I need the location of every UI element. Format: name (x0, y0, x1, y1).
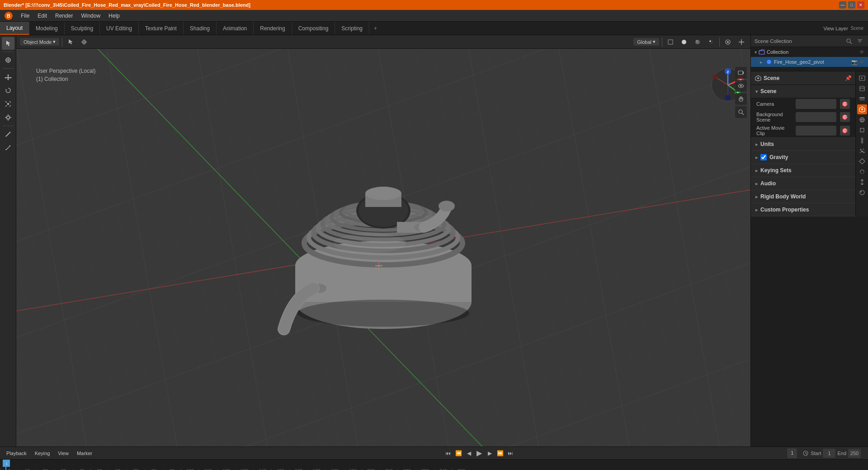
prop-icon-render[interactable] (857, 73, 867, 83)
tool-annotate[interactable] (2, 128, 14, 141)
tab-sculpting[interactable]: Sculpting (65, 22, 100, 35)
prop-icon-physics[interactable] (857, 156, 867, 166)
camera-pick-btn[interactable]: 🎯 (840, 99, 850, 109)
tab-texture-paint[interactable]: Texture Paint (139, 22, 184, 35)
outliner-filter-icon[interactable] (855, 37, 864, 46)
start-frame-input[interactable]: 1 (823, 449, 835, 458)
timeline: Playback Keying View Marker ⏮ ⏪ ◀ ▶ ▶ ⏩ … (0, 446, 868, 470)
outliner-visibility-icon[interactable]: 👁 (859, 49, 864, 55)
wireframe-btn[interactable] (665, 37, 676, 47)
end-frame-input[interactable]: 250 (848, 449, 861, 458)
viewport-select-icon[interactable] (65, 37, 76, 47)
prop-icon-data[interactable] (857, 177, 867, 187)
vp-hand-btn[interactable] (735, 93, 747, 105)
gravity-chevron (755, 155, 758, 160)
menu-file[interactable]: File (17, 11, 33, 20)
rigid-body-world-header[interactable]: Rigid Body World (751, 190, 855, 203)
active-movie-clip-pick-btn[interactable]: 🎯 (840, 126, 850, 136)
properties-pin-icon[interactable]: 📌 (845, 75, 852, 81)
tool-transform[interactable] (2, 111, 14, 124)
tab-shading[interactable]: Shading (184, 22, 217, 35)
blender-logo[interactable]: B (4, 11, 14, 21)
keying-menu[interactable]: Keying (32, 450, 53, 457)
view-menu[interactable]: View (55, 450, 71, 457)
prop-icon-modifier[interactable] (857, 136, 867, 146)
viewport-scene[interactable]: User Perspective (Local) (1) Collection … (16, 49, 750, 446)
prev-keyframe-btn[interactable]: ⏪ (454, 449, 463, 458)
prop-icon-world[interactable] (857, 115, 867, 125)
audio-section: Audio (751, 177, 855, 190)
close-button[interactable]: ✕ (857, 1, 864, 9)
tab-uv-editing[interactable]: UV Editing (100, 22, 139, 35)
tab-animation[interactable]: Animation (217, 22, 254, 35)
overlays-btn[interactable] (722, 37, 733, 47)
menu-render[interactable]: Render (52, 11, 76, 20)
current-frame-input[interactable]: 1 (787, 448, 797, 458)
firehose-render-icon[interactable]: 📷 (851, 59, 858, 65)
tool-measure[interactable] (2, 141, 14, 154)
marker-menu[interactable]: Marker (74, 450, 95, 457)
prop-icon-material[interactable] (857, 188, 867, 197)
tool-move[interactable] (2, 70, 14, 83)
tab-compositing[interactable]: Compositing (292, 22, 335, 35)
prop-icon-particles[interactable] (857, 146, 867, 156)
timeline-ruler[interactable]: 1 0 10 20 30 40 50 60 70 80 90 100 110 1… (0, 460, 868, 470)
tool-rotate[interactable] (2, 84, 14, 97)
next-keyframe-btn[interactable]: ⏩ (495, 449, 505, 458)
outliner-row-collection[interactable]: ▾ Collection 👁 (751, 47, 868, 57)
keying-sets-header[interactable]: Keying Sets (751, 164, 855, 177)
prop-icon-scene[interactable] (857, 104, 867, 114)
viewport-shading-dropdown[interactable]: Global (633, 38, 659, 46)
gravity-section-header[interactable]: Gravity (751, 151, 855, 164)
keying-sets-chevron (755, 168, 758, 173)
vp-search-btn[interactable] (735, 106, 747, 118)
material-btn[interactable] (692, 37, 703, 47)
audio-section-header[interactable]: Audio (751, 177, 855, 190)
minimize-button[interactable]: — (839, 1, 846, 9)
prop-icon-constraints[interactable] (857, 167, 867, 177)
playback-menu[interactable]: Playback (4, 450, 29, 457)
prev-frame-btn[interactable]: ◀ (464, 449, 473, 458)
viewport-cursor-icon[interactable] (79, 37, 90, 47)
units-section-header[interactable]: Units (751, 138, 855, 150)
outliner-search-icon[interactable] (844, 37, 854, 46)
tool-select[interactable] (2, 37, 14, 50)
menu-window[interactable]: Window (77, 11, 104, 20)
active-movie-clip-value[interactable] (796, 126, 837, 136)
rendered-btn[interactable] (706, 37, 717, 47)
outliner-row-firehose[interactable]: ▸ Fire_Hose_geo2_pivot 📷 👁 (751, 57, 868, 67)
gravity-checkbox[interactable] (760, 154, 767, 160)
tool-scale[interactable] (2, 98, 14, 110)
clock-icon (802, 450, 809, 456)
solid-btn[interactable] (679, 37, 689, 47)
firehose-visibility-icon[interactable]: 👁 (859, 59, 864, 65)
camera-value[interactable] (796, 99, 837, 109)
next-frame-btn[interactable]: ▶ (485, 449, 494, 458)
background-scene-pick-btn[interactable]: 🎯 (840, 112, 850, 122)
menu-edit[interactable]: Edit (34, 11, 51, 20)
gizmos-btn[interactable] (736, 37, 747, 47)
add-workspace-button[interactable]: + (369, 22, 382, 35)
tab-layout[interactable]: Layout (0, 22, 29, 35)
object-mode-dropdown[interactable]: Object Mode (20, 38, 59, 46)
prop-icon-object[interactable] (857, 125, 867, 135)
vp-eye-btn[interactable] (735, 80, 747, 92)
jump-end-btn[interactable]: ⏭ (506, 449, 515, 458)
viewport[interactable]: Object Mode Global (16, 35, 750, 446)
vp-camera-btn[interactable] (735, 67, 747, 79)
custom-properties-header[interactable]: Custom Properties (751, 203, 855, 216)
prop-icon-output[interactable] (857, 84, 867, 94)
scene-section-header[interactable]: Scene (751, 85, 855, 98)
tab-modeling[interactable]: Modeling (29, 22, 65, 35)
tool-cursor[interactable] (2, 54, 14, 66)
background-scene-value[interactable] (796, 112, 837, 122)
svg-point-82 (740, 85, 742, 87)
menu-help[interactable]: Help (105, 11, 123, 20)
tab-rendering[interactable]: Rendering (254, 22, 292, 35)
prop-icon-view-layer[interactable] (857, 94, 867, 104)
jump-start-btn[interactable]: ⏮ (443, 449, 453, 458)
maximize-button[interactable]: □ (848, 1, 855, 9)
tab-scripting[interactable]: Scripting (335, 22, 369, 35)
svg-point-110 (860, 190, 864, 195)
play-btn[interactable]: ▶ (475, 449, 484, 458)
